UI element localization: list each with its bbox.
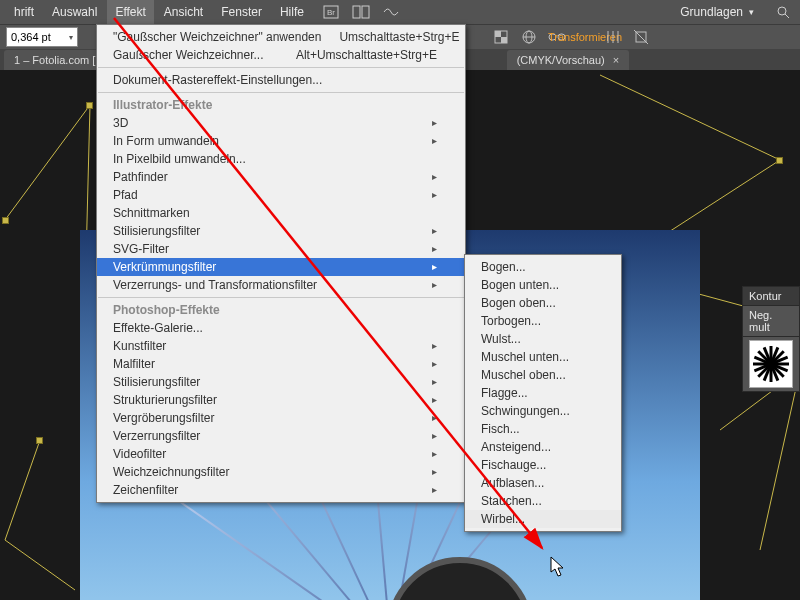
svg-rect-8 [501,37,507,43]
close-icon[interactable]: × [613,54,619,66]
menu-item[interactable]: Verzerrungs- und Transformationsfilter [97,276,465,294]
menu-item[interactable]: Pathfinder [97,168,465,186]
menu-item[interactable]: Verzerrungsfilter [97,427,465,445]
menu-header-photoshop: Photoshop-Effekte [97,301,465,319]
menu-item[interactable]: Vergröberungsfilter [97,409,465,427]
menu-item[interactable]: Verkrümmungsfilter [97,258,465,276]
menu-item[interactable]: Schnittmarken [97,204,465,222]
svg-line-5 [785,14,789,18]
transform-panel-toggle[interactable]: Transformieren [574,26,596,48]
chevron-down-icon: ▾ [749,7,754,17]
workspace-switcher[interactable]: Grundlagen ▾ [670,5,764,19]
menu-item[interactable]: 3D [97,114,465,132]
svg-point-19 [390,560,530,600]
menu-effekt-dropdown: "Gaußscher Weichzeichner" anwenden Umsch… [96,24,466,503]
main-menubar: hrift Auswahl Effekt Ansicht Fenster Hil… [0,0,800,24]
arrange-docs-icon[interactable] [350,4,372,20]
menu-item[interactable]: Weichzeichnungsfilter [97,463,465,481]
svg-rect-2 [353,6,360,18]
menu-fenster[interactable]: Fenster [213,0,270,24]
submenu-item[interactable]: Bogen unten... [465,276,621,294]
menu-item[interactable]: In Form umwandeln [97,132,465,150]
submenu-item[interactable]: Torbogen... [465,312,621,330]
workspace-label: Grundlagen [680,5,743,19]
opacity-icon[interactable] [490,26,512,48]
menu-item[interactable]: Effekte-Galerie... [97,319,465,337]
anchor-point[interactable] [776,157,783,164]
menu-item[interactable]: Malfilter [97,355,465,373]
anchor-point[interactable] [86,102,93,109]
submenu-item[interactable]: Muschel oben... [465,366,621,384]
isolate-icon[interactable] [630,26,652,48]
menu-auswahl[interactable]: Auswahl [44,0,105,24]
submenu-item[interactable]: Bogen oben... [465,294,621,312]
svg-point-4 [778,7,786,15]
menu-item[interactable]: Kunstfilter [97,337,465,355]
submenu-item[interactable]: Flagge... [465,384,621,402]
menu-item-last-effect[interactable]: Gaußscher Weichzeichner... Alt+Umschaltt… [97,46,465,64]
submenu-item[interactable]: Ansteigend... [465,438,621,456]
menu-item[interactable]: Pfad [97,186,465,204]
menu-item-apply-last[interactable]: "Gaußscher Weichzeichner" anwenden Umsch… [97,28,465,46]
menu-schrift[interactable]: hrift [6,0,42,24]
submenu-item[interactable]: Wirbel... [465,510,621,528]
menu-item[interactable]: Zeichenfilter [97,481,465,499]
panel-tab-kontur[interactable]: Kontur [743,287,799,306]
panel-row-neg[interactable]: Neg. mult [743,306,799,337]
submenu-item[interactable]: Aufblasen... [465,474,621,492]
gpu-icon[interactable] [380,4,402,20]
swatch-starburst[interactable] [749,340,793,388]
svg-rect-3 [362,6,369,18]
search-icon[interactable] [772,4,794,20]
menu-item[interactable]: SVG-Filter [97,240,465,258]
document-tab[interactable]: (CMYK/Vorschau) × [507,50,629,70]
anchor-point[interactable] [2,217,9,224]
menu-item[interactable]: Strukturierungsfilter [97,391,465,409]
menu-item[interactable]: Stilisierungsfilter [97,373,465,391]
menu-item[interactable]: Stilisierungsfilter [97,222,465,240]
submenu-item[interactable]: Wulst... [465,330,621,348]
submenu-item[interactable]: Fischauge... [465,456,621,474]
submenu-item[interactable]: Muschel unten... [465,348,621,366]
menu-ansicht[interactable]: Ansicht [156,0,211,24]
submenu-item[interactable]: Bogen... [465,258,621,276]
submenu-item[interactable]: Schwingungen... [465,402,621,420]
submenu-item[interactable]: Stauchen... [465,492,621,510]
anchor-point[interactable] [36,437,43,444]
menu-item[interactable]: Videofilter [97,445,465,463]
stroke-weight-field[interactable]: 0,364 pt ▾ [6,27,78,47]
submenu-verkruemmungsfilter: Bogen...Bogen unten...Bogen oben...Torbo… [464,254,622,532]
menu-header-illustrator: Illustrator-Effekte [97,96,465,114]
svg-text:Br: Br [327,8,335,17]
menu-effekt[interactable]: Effekt [107,0,153,24]
submenu-item[interactable]: Fisch... [465,420,621,438]
bridge-icon[interactable]: Br [320,4,342,20]
menu-hilfe[interactable]: Hilfe [272,0,312,24]
align-icon[interactable] [602,26,624,48]
menu-item[interactable]: In Pixelbild umwandeln... [97,150,465,168]
svg-rect-7 [495,31,501,37]
panel-kontur[interactable]: Kontur Neg. mult [742,286,800,392]
chevron-down-icon: ▾ [69,33,73,42]
globe-icon[interactable] [518,26,540,48]
menu-item-doc-raster[interactable]: Dokument-Rastereffekt-Einstellungen... [97,71,465,89]
